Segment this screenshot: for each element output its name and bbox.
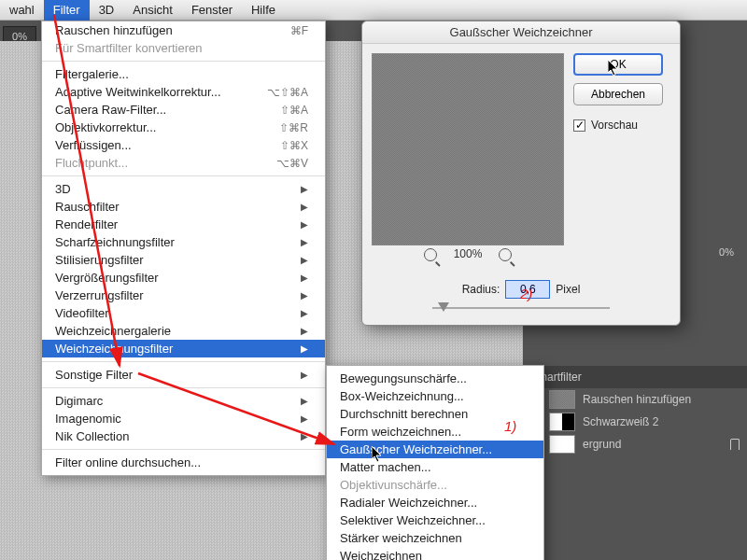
chevron-right-icon: ▶ [301, 290, 308, 301]
submenu-item[interactable]: Matter machen... [327, 458, 543, 476]
radius-unit: Pixel [556, 283, 580, 296]
menu-item[interactable]: Weichzeichnergalerie▶ [42, 322, 325, 340]
menu-item[interactable]: Objektivkorrektur...⇧⌘R [42, 119, 325, 136]
slider-thumb-icon[interactable] [438, 302, 449, 312]
menu-item[interactable]: Verflüssigen...⇧⌘X [42, 136, 325, 154]
menu-item: Für Smartfilter konvertieren [42, 39, 325, 57]
layer-thumbnail [549, 413, 575, 431]
menu-item[interactable]: Sonstige Filter▶ [42, 366, 325, 384]
preview-checkbox[interactable]: Vorschau [573, 119, 663, 132]
layer-thumbnail [549, 390, 575, 409]
menu-item[interactable]: Imagenomic▶ [42, 410, 325, 427]
chevron-right-icon: ▶ [301, 202, 308, 212]
layer-row[interactable]: Schwarzweiß 2 [523, 411, 747, 433]
radius-slider[interactable] [432, 302, 610, 314]
menu-item[interactable]: Vergrößerungsfilter▶ [42, 269, 325, 287]
layer-row[interactable]: ergrund [523, 433, 747, 455]
chevron-right-icon: ▶ [301, 396, 308, 406]
menu-item[interactable]: Weichzeichnungsfilter▶ [42, 340, 325, 357]
menu-item[interactable]: Nik Collection▶ [42, 427, 325, 445]
annotation-step-1: 1) [504, 418, 516, 434]
menu-item[interactable]: Digimarc▶ [42, 392, 325, 410]
submenu-item[interactable]: Selektiver Weichzeichner... [327, 511, 543, 529]
checkbox-icon [573, 119, 585, 132]
chevron-right-icon: ▶ [301, 184, 308, 194]
submenu-item[interactable]: Stärker weichzeichnen [327, 529, 543, 547]
submenu-item[interactable]: Bewegungsunschärfe... [327, 370, 543, 387]
chevron-right-icon: ▶ [301, 326, 308, 336]
menu-item[interactable]: Renderfilter▶ [42, 216, 325, 233]
submenu-item[interactable]: Weichzeichnen [327, 547, 543, 560]
menubar[interactable]: wahlFilter3DAnsichtFensterHilfe [0, 0, 747, 21]
cursor-icon [372, 446, 383, 463]
menubar-item-fenster[interactable]: Fenster [182, 0, 242, 21]
menu-item[interactable]: Filter online durchsuchen... [42, 454, 325, 471]
dialog-title: Gaußscher Weichzeichner [362, 21, 680, 44]
menubar-item-3d[interactable]: 3D [90, 0, 124, 21]
chevron-right-icon: ▶ [301, 308, 308, 318]
menu-item[interactable]: Rauschen hinzufügen⌘F [42, 21, 325, 39]
chevron-right-icon: ▶ [301, 237, 308, 247]
zoom-percent: 100% [454, 247, 483, 260]
menubar-item-ansicht[interactable]: Ansicht [123, 0, 182, 21]
zoom-out-icon[interactable] [424, 248, 437, 261]
opacity-value[interactable]: 0% [719, 246, 734, 258]
chevron-right-icon: ▶ [301, 255, 308, 265]
preview-thumbnail[interactable] [372, 53, 564, 245]
menu-item[interactable]: Filtergalerie... [42, 65, 325, 83]
chevron-right-icon: ▶ [301, 219, 308, 230]
chevron-right-icon: ▶ [301, 431, 308, 441]
cancel-button[interactable]: Abbrechen [573, 83, 663, 105]
submenu-item[interactable]: Box-Weichzeichnung... [327, 387, 543, 405]
filter-menu[interactable]: Rauschen hinzufügen⌘FFür Smartfilter kon… [41, 21, 326, 476]
lock-icon [730, 439, 740, 450]
submenu-item[interactable]: Radialer Weichzeichner... [327, 494, 543, 511]
radius-label: Radius: [462, 283, 500, 296]
menu-item[interactable]: Camera Raw-Filter...⇧⌘A [42, 101, 325, 119]
menu-item[interactable]: Adaptive Weitwinkelkorrektur...⌥⇧⌘A [42, 83, 325, 101]
preview-label: Vorschau [591, 119, 638, 132]
menu-item[interactable]: 3D▶ [42, 180, 325, 198]
menubar-item-filter[interactable]: Filter [44, 0, 90, 21]
layer-row[interactable]: Rauschen hinzufügen [523, 388, 747, 411]
submenu-item[interactable]: Gaußscher Weichzeichner... [327, 441, 543, 458]
menu-item: Fluchtpunkt...⌥⌘V [42, 154, 325, 172]
zoom-in-icon[interactable] [499, 248, 512, 261]
chevron-right-icon: ▶ [301, 370, 308, 380]
menu-item[interactable]: Rauschfilter▶ [42, 198, 325, 216]
chevron-right-icon: ▶ [301, 343, 308, 354]
chevron-right-icon: ▶ [301, 413, 308, 424]
layer-thumbnail [549, 435, 575, 454]
menu-item[interactable]: Videofilter▶ [42, 304, 325, 322]
annotation-step-2: 2) [520, 286, 532, 301]
smartfilter-header[interactable]: Smartfilter [523, 366, 747, 388]
menu-item[interactable]: Verzerrungsfilter▶ [42, 287, 325, 304]
chevron-right-icon: ▶ [301, 273, 308, 283]
menu-item[interactable]: Scharfzeichnungsfilter▶ [42, 233, 325, 251]
cursor-icon [608, 60, 619, 77]
gaussian-blur-dialog: Gaußscher Weichzeichner 100% OK Abbreche… [361, 21, 681, 326]
submenu-item: Objektivunschärfe... [327, 476, 543, 494]
menu-item[interactable]: Stilisierungsfilter▶ [42, 251, 325, 269]
menubar-item-wahl[interactable]: wahl [0, 0, 44, 21]
menubar-item-hilfe[interactable]: Hilfe [242, 0, 285, 21]
weichzeichnungsfilter-submenu[interactable]: Bewegungsunschärfe...Box-Weichzeichnung.… [326, 365, 544, 560]
